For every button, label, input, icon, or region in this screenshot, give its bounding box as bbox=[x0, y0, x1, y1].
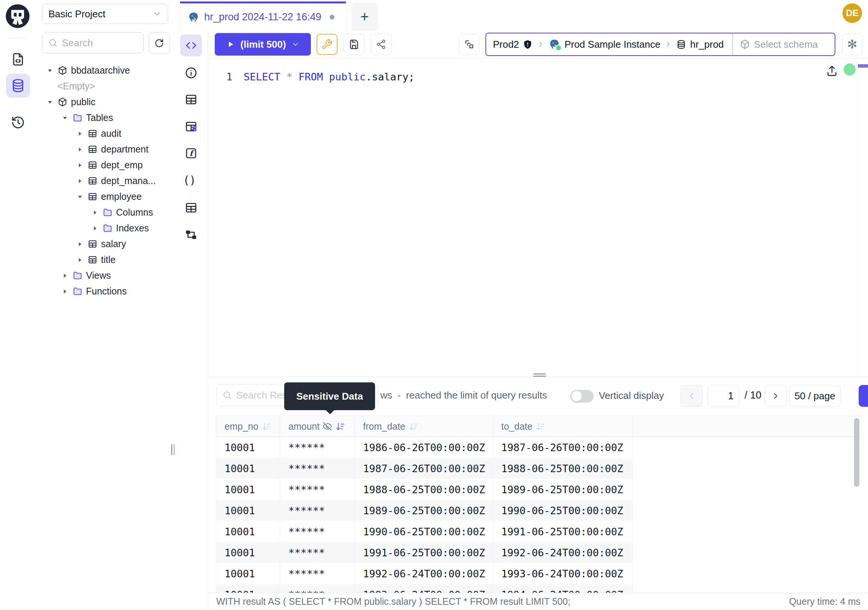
table-cell[interactable]: ****** bbox=[280, 458, 355, 479]
rail-database-button[interactable] bbox=[6, 74, 30, 98]
ai-assistant-button[interactable]: ✻ bbox=[842, 34, 862, 55]
table-cell[interactable]: 1992-06-24T00:00:00Z bbox=[355, 563, 493, 584]
new-tab-button[interactable]: + bbox=[352, 3, 378, 30]
table-cell[interactable]: ****** bbox=[280, 500, 355, 521]
table-cell[interactable]: 1994-06-24T00:00:00Z bbox=[493, 584, 633, 593]
sort-descending-icon[interactable] bbox=[261, 421, 271, 432]
batch-mode-button[interactable] bbox=[459, 34, 479, 55]
tree-item-audit[interactable]: audit bbox=[36, 126, 175, 141]
table-cell[interactable]: 1992-06-24T00:00:00Z bbox=[493, 542, 633, 563]
table-cell[interactable]: ****** bbox=[280, 479, 355, 500]
table-cell[interactable]: 1993-06-24T00:00:00Z bbox=[355, 584, 493, 593]
table-cell[interactable]: ****** bbox=[280, 563, 355, 584]
worksheet-tab[interactable]: hr_prod 2024-11-22 16:49 bbox=[180, 2, 346, 31]
caret-down-icon[interactable] bbox=[46, 98, 54, 106]
table-cell[interactable]: 10001 bbox=[216, 500, 280, 521]
table-cell[interactable]: 1990-06-25T00:00:00Z bbox=[355, 521, 493, 542]
caret-right-icon[interactable] bbox=[61, 287, 69, 295]
run-query-button[interactable]: (limit 500) bbox=[215, 33, 311, 56]
results-scrollbar[interactable] bbox=[854, 418, 859, 487]
user-avatar[interactable]: DE bbox=[842, 3, 862, 23]
caret-down-icon[interactable] bbox=[61, 113, 69, 122]
table-row[interactable]: 10001******1993-06-24T00:00:00Z1994-06-2… bbox=[216, 584, 861, 593]
tree-item-tables[interactable]: Tables bbox=[36, 110, 175, 126]
table-cell[interactable]: 1989-06-25T00:00:00Z bbox=[493, 479, 633, 500]
prev-page-button[interactable] bbox=[680, 385, 702, 407]
info-button[interactable] bbox=[180, 62, 202, 84]
caret-right-icon[interactable] bbox=[76, 240, 84, 248]
tree-item-dept-mana[interactable]: dept_mana... bbox=[36, 173, 175, 189]
project-selector[interactable]: Basic Project bbox=[42, 4, 168, 24]
table-cell[interactable]: 1988-06-25T00:00:00Z bbox=[355, 479, 493, 500]
table-cell[interactable]: 10001 bbox=[216, 521, 280, 542]
sort-descending-icon[interactable] bbox=[335, 421, 346, 432]
rail-worksheet-button[interactable] bbox=[6, 47, 30, 71]
table-row[interactable]: 10001******1986-06-26T00:00:00Z1987-06-2… bbox=[216, 437, 861, 458]
next-page-button[interactable] bbox=[765, 385, 787, 407]
sort-descending-icon[interactable] bbox=[408, 421, 418, 432]
caret-right-icon[interactable] bbox=[76, 129, 84, 138]
sql-editor[interactable]: 1 SELECT * FROM public.salary; bbox=[208, 59, 868, 377]
tree-item-empty[interactable]: <Empty> bbox=[36, 78, 175, 94]
code-view-button[interactable] bbox=[180, 34, 202, 56]
refresh-schema-button[interactable] bbox=[149, 32, 170, 54]
functions-panel-button[interactable]: f bbox=[180, 142, 202, 164]
table-cell[interactable]: 1987-06-26T00:00:00Z bbox=[493, 437, 633, 458]
table-cell[interactable]: 1991-06-25T00:00:00Z bbox=[493, 521, 633, 542]
table-cell[interactable]: 10001 bbox=[216, 563, 280, 584]
admin-wrench-button[interactable] bbox=[316, 34, 338, 55]
vertical-display-toggle[interactable] bbox=[570, 390, 594, 403]
panel-edge-button[interactable] bbox=[859, 385, 868, 407]
tree-item-columns[interactable]: Columns bbox=[36, 204, 175, 220]
table-row[interactable]: 10001******1991-06-25T00:00:00Z1992-06-2… bbox=[216, 542, 861, 563]
connection-breadcrumb[interactable]: Prod2 Prod Sample Instance hr_prod bbox=[485, 33, 835, 56]
panel-resize-handle[interactable] bbox=[533, 373, 546, 378]
table-cell[interactable]: 1986-06-26T00:00:00Z bbox=[355, 437, 493, 458]
caret-right-icon[interactable] bbox=[76, 161, 84, 169]
share-button[interactable] bbox=[370, 34, 392, 55]
table-cell[interactable]: 10001 bbox=[216, 458, 280, 479]
upload-icon[interactable] bbox=[826, 64, 839, 77]
bytebase-logo-icon[interactable] bbox=[5, 4, 30, 28]
sort-descending-icon[interactable] bbox=[535, 421, 546, 432]
table-cell[interactable]: 10001 bbox=[216, 584, 280, 593]
tree-item-indexes[interactable]: Indexes bbox=[36, 220, 175, 236]
select-schema-button[interactable]: Select schema bbox=[733, 33, 825, 55]
table-cell[interactable]: 1993-06-24T00:00:00Z bbox=[493, 563, 633, 584]
table-row[interactable]: 10001******1989-06-25T00:00:00Z1990-06-2… bbox=[216, 500, 861, 521]
eye-off-icon[interactable] bbox=[322, 421, 332, 431]
caret-right-icon[interactable] bbox=[61, 271, 69, 279]
table-cell[interactable]: 1987-06-26T00:00:00Z bbox=[355, 458, 493, 479]
table-cell[interactable]: 10001 bbox=[216, 542, 280, 563]
column-header-amount[interactable]: amount bbox=[280, 416, 355, 436]
table-cell[interactable]: 10001 bbox=[216, 479, 280, 500]
column-header-from_date[interactable]: from_date bbox=[355, 416, 493, 436]
table-cell[interactable]: 1991-06-25T00:00:00Z bbox=[355, 542, 493, 563]
tree-item-views[interactable]: Views bbox=[36, 267, 175, 283]
caret-right-icon[interactable] bbox=[76, 177, 84, 185]
table-cell[interactable]: 1990-06-25T00:00:00Z bbox=[493, 500, 633, 521]
caret-down-icon[interactable] bbox=[76, 192, 84, 200]
table-cell[interactable]: ****** bbox=[280, 437, 355, 458]
tree-item-public[interactable]: public bbox=[36, 94, 175, 110]
table-cell[interactable]: ****** bbox=[280, 521, 355, 542]
caret-right-icon[interactable] bbox=[91, 224, 99, 232]
table-row[interactable]: 10001******1992-06-24T00:00:00Z1993-06-2… bbox=[216, 563, 861, 584]
sidebar-search-input[interactable]: Search bbox=[42, 32, 144, 53]
tree-item-department[interactable]: department bbox=[36, 141, 175, 157]
column-header-emp_no[interactable]: emp_no bbox=[216, 416, 280, 436]
page-number-input[interactable]: 1 bbox=[708, 385, 739, 407]
tree-item-salary[interactable]: salary bbox=[36, 236, 175, 251]
tree-item-bbdataarchive[interactable]: bbdataarchive bbox=[36, 62, 175, 78]
column-header-to_date[interactable]: to_date bbox=[493, 416, 633, 436]
page-size-select[interactable]: 50 / page bbox=[789, 385, 841, 407]
caret-right-icon[interactable] bbox=[76, 145, 84, 153]
caret-right-icon[interactable] bbox=[76, 255, 84, 264]
tree-item-dept-emp[interactable]: dept_emp bbox=[36, 157, 175, 173]
tree-item-title[interactable]: title bbox=[36, 251, 175, 267]
table-row[interactable]: 10001******1988-06-25T00:00:00Z1989-06-2… bbox=[216, 479, 861, 500]
schema-diagram-button[interactable] bbox=[180, 224, 202, 246]
tree-item-functions[interactable]: Functions bbox=[36, 283, 175, 299]
tree-item-employee[interactable]: employee bbox=[36, 189, 175, 204]
table-cell[interactable]: ****** bbox=[280, 584, 355, 593]
